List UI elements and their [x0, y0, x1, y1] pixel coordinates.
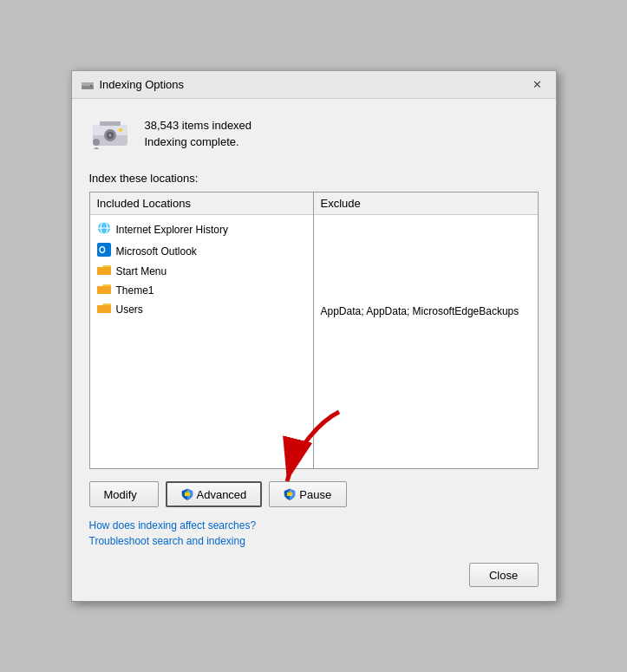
advanced-label: Advanced [197, 488, 247, 501]
dialog-title: Indexing Options [100, 78, 185, 91]
modify-button[interactable]: Modify [89, 481, 159, 507]
section-label: Index these locations: [89, 172, 539, 185]
locations-table: Included Locations Internet Explorer His… [89, 192, 539, 469]
excluded-header: Exclude [314, 192, 538, 215]
items-count: 38,543 items indexed [145, 119, 252, 132]
list-item: Start Menu [90, 262, 313, 281]
included-locations-column: Included Locations Internet Explorer His… [90, 192, 314, 468]
title-bar: Indexing Options ✕ [72, 71, 556, 99]
close-title-button[interactable]: ✕ [528, 75, 547, 95]
drive-svg [89, 113, 131, 154]
ie-icon [97, 221, 111, 238]
status-section: 38,543 items indexed Indexing complete. [89, 113, 539, 154]
ie-history-label: Internet Explorer History [116, 224, 228, 236]
title-bar-left: Indexing Options [81, 78, 185, 92]
links-section: How does indexing affect searches? Troub… [89, 519, 539, 547]
status-text: 38,543 items indexed Indexing complete. [145, 119, 252, 148]
theme1-label: Theme1 [116, 284, 154, 297]
buttons-row: Modify Advanced Pause [89, 481, 539, 507]
excluded-locations-column: Exclude AppData; AppData; MicrosoftEdgeB… [314, 192, 538, 468]
list-item: O Microsoft Outlook [90, 240, 313, 262]
folder-users-icon [97, 303, 111, 316]
start-menu-label: Start Menu [116, 265, 167, 277]
troubleshoot-link[interactable]: Troubleshoot search and indexing [89, 535, 539, 547]
outlook-label: Microsoft Outlook [116, 245, 197, 258]
indexing-options-dialog: Indexing Options ✕ [71, 70, 557, 602]
advanced-button[interactable]: Advanced [166, 481, 263, 507]
drive-icon [89, 113, 131, 154]
users-label: Users [116, 303, 143, 316]
pause-button[interactable]: Pause [269, 481, 347, 507]
indexing-help-link[interactable]: How does indexing affect searches? [89, 519, 539, 532]
outlook-icon: O [97, 243, 111, 259]
svg-point-9 [119, 128, 122, 132]
excluded-body: AppData; AppData; MicrosoftEdgeBackups [314, 215, 538, 468]
svg-point-2 [89, 84, 91, 86]
list-item: Internet Explorer History [90, 219, 313, 240]
footer-row: Close [89, 559, 539, 587]
shield-icon-pause [284, 488, 296, 500]
dialog-body: 38,543 items indexed Indexing complete. … [72, 99, 556, 601]
pause-label: Pause [299, 488, 331, 501]
svg-point-10 [93, 139, 100, 146]
included-body: Internet Explorer History O Microsoft Ou… [90, 215, 313, 468]
included-header: Included Locations [90, 192, 313, 215]
svg-rect-5 [100, 121, 121, 126]
exclude-text: AppData; AppData; MicrosoftEdgeBackups [314, 298, 538, 324]
shield-icon-advanced [181, 488, 193, 500]
close-button[interactable]: Close [469, 563, 539, 587]
svg-point-8 [108, 134, 111, 137]
list-item: Users [90, 300, 313, 319]
list-item: Theme1 [90, 281, 313, 300]
indexing-status: Indexing complete. [145, 135, 252, 148]
folder-start-menu-icon [97, 264, 111, 278]
title-icon [81, 78, 95, 92]
folder-theme1-icon [97, 284, 111, 297]
svg-text:O: O [99, 245, 106, 255]
